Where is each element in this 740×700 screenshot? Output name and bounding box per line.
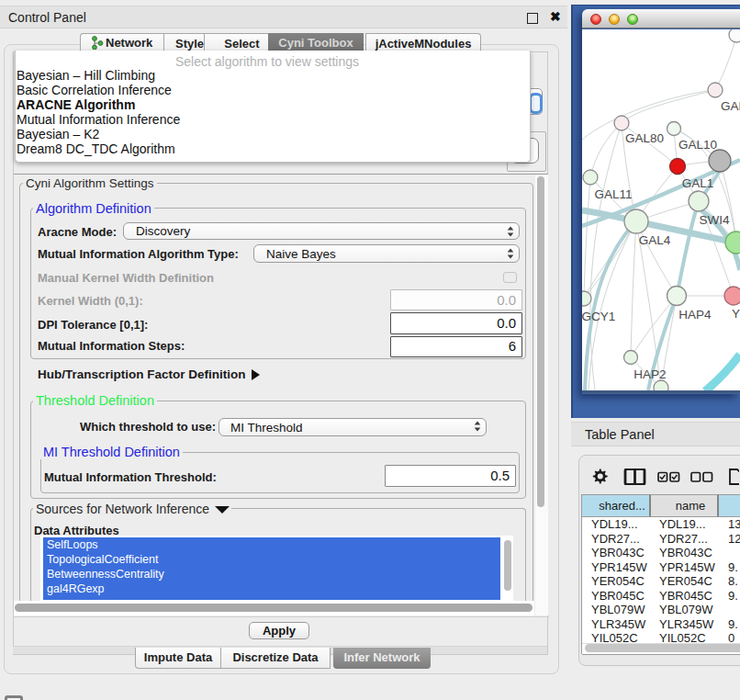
svg-text:GAL11: GAL11 <box>594 187 632 201</box>
svg-text:HAP2: HAP2 <box>633 367 666 381</box>
svg-text:GAL7: GAL7 <box>721 99 740 113</box>
svg-text:GAL10: GAL10 <box>678 138 717 152</box>
svg-text:GCY1: GCY1 <box>582 310 615 323</box>
svg-text:GAL4: GAL4 <box>639 233 671 247</box>
svg-text:SWI4: SWI4 <box>699 213 729 227</box>
svg-text:GAL80: GAL80 <box>625 131 664 145</box>
svg-text:YB: YB <box>732 307 740 321</box>
svg-text:GAL1: GAL1 <box>682 176 714 190</box>
svg-text:HAP4: HAP4 <box>678 308 712 322</box>
